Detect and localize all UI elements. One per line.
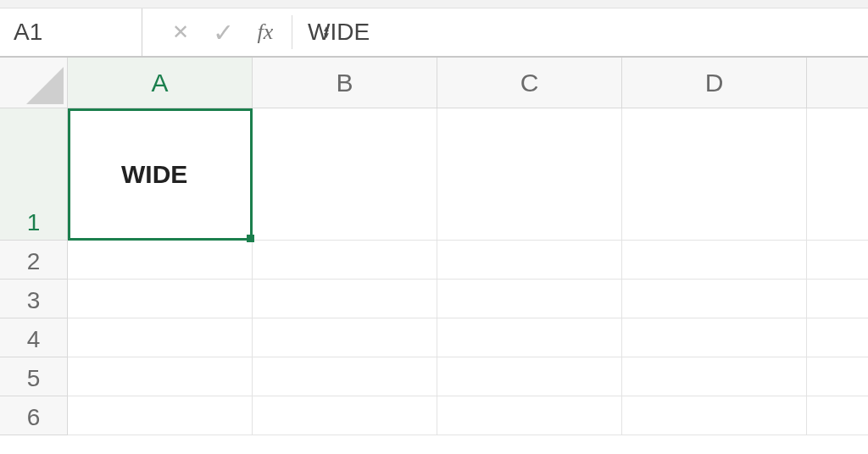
row [68, 280, 868, 318]
cell[interactable] [807, 396, 868, 435]
cell[interactable] [622, 280, 807, 318]
cancel-icon[interactable]: ✕ [159, 8, 202, 56]
cell-c1[interactable] [437, 108, 622, 241]
cell[interactable] [807, 241, 868, 280]
cell[interactable] [253, 396, 437, 435]
cell-e1[interactable] [807, 108, 868, 241]
row [68, 241, 868, 280]
spreadsheet-grid: A B C D 1 2 3 4 5 6 [0, 58, 868, 454]
row [68, 318, 868, 357]
column-header-b[interactable]: B [253, 58, 437, 108]
cell[interactable] [68, 318, 253, 357]
row-headers: 1 2 3 4 5 6 [0, 108, 68, 435]
cells-area [68, 108, 868, 435]
row-header-4[interactable]: 4 [0, 318, 68, 357]
cell[interactable] [253, 357, 437, 396]
cell-b1[interactable] [253, 108, 437, 241]
top-strip [0, 0, 868, 8]
cell[interactable] [68, 396, 253, 435]
enter-icon[interactable]: ✓ [202, 8, 244, 56]
row-header-6[interactable]: 6 [0, 396, 68, 435]
select-all-corner[interactable] [0, 58, 68, 108]
cell[interactable] [622, 396, 807, 435]
fx-icon[interactable]: fx [244, 19, 287, 45]
cell[interactable] [622, 241, 807, 280]
column-header-a[interactable]: A [68, 58, 253, 108]
cell[interactable] [622, 357, 807, 396]
cell[interactable] [253, 318, 437, 357]
row [68, 396, 868, 435]
divider [292, 15, 292, 49]
row [68, 108, 868, 241]
cell[interactable] [437, 396, 622, 435]
cell[interactable] [253, 241, 437, 280]
cell-value[interactable]: WIDE [121, 160, 187, 189]
fill-handle[interactable] [247, 235, 254, 242]
cell[interactable] [807, 280, 868, 318]
formula-bar: ▲ ▼ ✕ ✓ fx [0, 8, 868, 58]
column-headers: A B C D [68, 58, 868, 108]
cell[interactable] [437, 357, 622, 396]
row-header-1[interactable]: 1 [0, 108, 68, 241]
column-header-c[interactable]: C [437, 58, 622, 108]
cell[interactable] [807, 357, 868, 396]
row-header-5[interactable]: 5 [0, 357, 68, 396]
cell-d1[interactable] [622, 108, 807, 241]
cell[interactable] [622, 318, 807, 357]
column-header-d[interactable]: D [622, 58, 807, 108]
cell[interactable] [437, 318, 622, 357]
name-box-wrap: ▲ ▼ [0, 8, 142, 56]
cell[interactable] [437, 280, 622, 318]
formula-input[interactable] [298, 18, 868, 47]
cell[interactable] [68, 280, 253, 318]
row-header-2[interactable]: 2 [0, 241, 68, 280]
cell[interactable] [68, 241, 253, 280]
row [68, 357, 868, 396]
cell[interactable] [807, 318, 868, 357]
row-header-3[interactable]: 3 [0, 280, 68, 318]
cell[interactable] [253, 280, 437, 318]
cell[interactable] [68, 357, 253, 396]
column-header-e[interactable] [807, 58, 868, 108]
cell[interactable] [437, 241, 622, 280]
